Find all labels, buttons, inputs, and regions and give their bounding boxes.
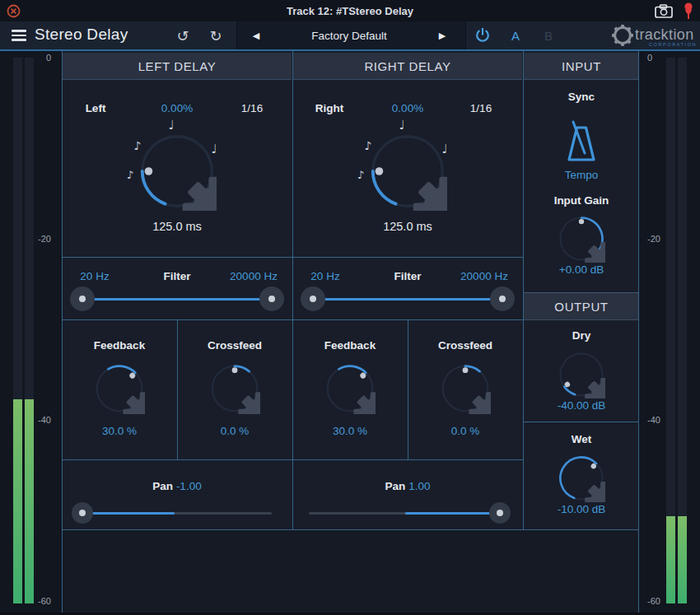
preset-prev-icon[interactable]: ◀ bbox=[253, 30, 259, 41]
pan-slider-handle[interactable] bbox=[72, 502, 93, 524]
crossfeed-label: Crossfeed bbox=[438, 339, 492, 352]
toolbar-divider bbox=[465, 21, 466, 49]
delay-sync-offset-value[interactable]: 0.00% bbox=[161, 102, 193, 114]
delay-time-knob[interactable] bbox=[138, 132, 217, 211]
power-icon[interactable] bbox=[475, 28, 490, 43]
meter-scale-label: -20 bbox=[26, 234, 51, 244]
input-gain-label: Input Gain bbox=[554, 194, 609, 207]
row-divider bbox=[62, 319, 523, 320]
delay-note-value[interactable]: 1/16 bbox=[241, 102, 263, 114]
tempo-sync-value[interactable]: Tempo bbox=[565, 169, 599, 181]
eighth-note-icon: ♪ bbox=[127, 169, 133, 181]
plugin-title: Stereo Delay bbox=[35, 26, 128, 44]
row-divider bbox=[62, 529, 638, 530]
cell-divider bbox=[408, 319, 408, 459]
feedback-label: Feedback bbox=[94, 339, 145, 352]
delay-sync-offset-value[interactable]: 0.00% bbox=[392, 102, 423, 114]
undo-icon[interactable]: ↺ bbox=[176, 27, 189, 44]
meter-scale-label: 0 bbox=[26, 53, 51, 63]
delay-source-label[interactable]: Left bbox=[86, 102, 106, 114]
filter-high-handle[interactable] bbox=[490, 287, 515, 311]
column-divider bbox=[523, 51, 524, 529]
pan-value[interactable]: -1.00 bbox=[176, 480, 202, 492]
right-delay-header: RIGHT DELAY bbox=[293, 53, 522, 80]
meter-scale-label: -40 bbox=[26, 415, 51, 425]
filter-low-value[interactable]: 20 Hz bbox=[310, 270, 339, 282]
meter-scale-label: -20 bbox=[647, 234, 672, 244]
column-divider bbox=[292, 51, 293, 529]
window-titlebar: Track 12: #TStereo Delay bbox=[0, 0, 700, 21]
filter-high-value[interactable]: 20000 Hz bbox=[230, 270, 278, 282]
meter-bar-fill bbox=[13, 399, 22, 603]
filter-label: Filter bbox=[163, 270, 190, 282]
brand-subtitle: CORPORATION bbox=[649, 42, 697, 47]
delay-time-value[interactable]: 125.0 ms bbox=[383, 220, 432, 233]
menu-icon[interactable] bbox=[12, 30, 26, 41]
panel-border bbox=[62, 51, 63, 613]
redo-icon[interactable]: ↻ bbox=[209, 27, 222, 44]
crossfeed-knob[interactable] bbox=[209, 363, 260, 414]
delay-note-value[interactable]: 1/16 bbox=[470, 102, 492, 114]
wet-level-value[interactable]: -10.00 dB bbox=[558, 503, 606, 515]
row-divider bbox=[62, 459, 523, 460]
crossfeed-knob[interactable] bbox=[440, 363, 491, 414]
dry-level-knob[interactable] bbox=[558, 351, 605, 398]
meter-scale-label: -60 bbox=[26, 596, 51, 606]
delay-time-value[interactable]: 125.0 ms bbox=[152, 220, 202, 233]
io-section: INPUT Sync Tempo Input Gain +0.00 dB OUT… bbox=[523, 51, 640, 613]
pan-label-value[interactable]: Pan -1.00 bbox=[152, 480, 201, 492]
input-gain-value[interactable]: +0.00 dB bbox=[559, 263, 604, 276]
meter-scale-label: -60 bbox=[647, 596, 672, 606]
crossfeed-value[interactable]: 0.0 % bbox=[451, 425, 480, 437]
preset-next-icon[interactable]: ▶ bbox=[439, 30, 446, 41]
feedback-knob[interactable] bbox=[94, 363, 145, 414]
row-divider bbox=[523, 422, 638, 422]
preset-a-button[interactable]: A bbox=[511, 29, 520, 43]
pan-slider-fill bbox=[82, 512, 175, 515]
filter-low-handle[interactable] bbox=[70, 287, 95, 311]
feedback-value[interactable]: 30.0 % bbox=[333, 425, 367, 437]
cell-divider bbox=[177, 319, 178, 459]
dry-label: Dry bbox=[572, 329, 591, 342]
pan-value[interactable]: 1.00 bbox=[408, 480, 430, 492]
filter-range-bar bbox=[313, 298, 502, 301]
pan-label-value[interactable]: Pan 1.00 bbox=[385, 480, 431, 492]
filter-high-value[interactable]: 20000 Hz bbox=[460, 270, 508, 282]
delay-source-label[interactable]: Right bbox=[315, 102, 344, 114]
meter-scale-label: -40 bbox=[647, 415, 672, 425]
feedback-knob[interactable] bbox=[324, 363, 376, 414]
filter-label: Filter bbox=[394, 270, 421, 282]
filter-range-bar bbox=[82, 298, 272, 301]
quarter-note-icon: ♩ bbox=[399, 118, 404, 133]
dry-level-value[interactable]: -40.00 dB bbox=[558, 399, 606, 412]
output-header: OUTPUT bbox=[524, 292, 639, 320]
filter-low-value[interactable]: 20 Hz bbox=[80, 270, 109, 282]
feedback-value[interactable]: 30.0 % bbox=[102, 425, 137, 437]
camera-icon[interactable] bbox=[655, 4, 674, 18]
preset-b-button[interactable]: B bbox=[544, 29, 553, 43]
plugin-window: Track 12: #TStereo Delay Stereo Delay ↺ … bbox=[0, 0, 700, 615]
left-delay-header: LEFT DELAY bbox=[63, 53, 292, 80]
feedback-label: Feedback bbox=[324, 339, 376, 352]
delay-time-knob[interactable] bbox=[368, 132, 447, 211]
row-divider bbox=[62, 257, 523, 258]
close-window-icon[interactable] bbox=[7, 4, 21, 18]
sync-label: Sync bbox=[568, 91, 595, 103]
eighth-note-icon: ♪ bbox=[357, 169, 364, 181]
input-gain-knob[interactable] bbox=[558, 215, 605, 263]
tempo-metronome-icon[interactable] bbox=[562, 120, 601, 163]
window-title: Track 12: #TStereo Delay bbox=[287, 5, 413, 17]
meter-bar-fill bbox=[666, 516, 675, 603]
wet-level-knob[interactable] bbox=[558, 454, 605, 502]
filter-high-handle[interactable] bbox=[259, 287, 284, 311]
pan-slider-handle[interactable] bbox=[489, 502, 511, 524]
meter-bar-fill bbox=[678, 516, 687, 603]
crossfeed-label: Crossfeed bbox=[208, 339, 262, 352]
crossfeed-value[interactable]: 0.0 % bbox=[221, 425, 250, 437]
input-header: INPUT bbox=[524, 53, 639, 80]
preset-name[interactable]: Factory Default bbox=[311, 30, 387, 42]
pin-icon[interactable] bbox=[682, 2, 695, 20]
meter-bar-fill bbox=[25, 399, 34, 603]
quarter-note-icon: ♩ bbox=[168, 118, 174, 133]
filter-low-handle[interactable] bbox=[301, 287, 325, 311]
